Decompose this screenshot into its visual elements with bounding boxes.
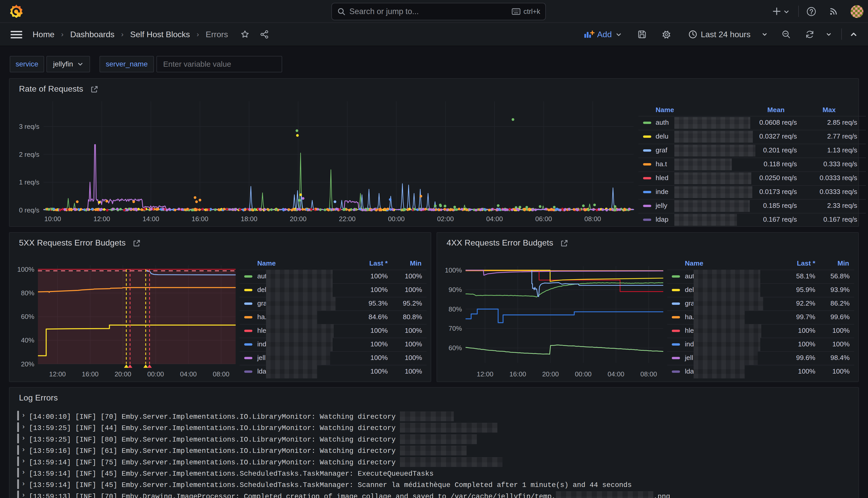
svg-text:14:00: 14:00 xyxy=(143,215,159,223)
svg-text:08:00: 08:00 xyxy=(640,370,657,378)
svg-text:08:00: 08:00 xyxy=(213,370,229,378)
svg-text:100%: 100% xyxy=(17,265,35,273)
svg-text:80%: 80% xyxy=(21,289,35,297)
svg-text:04:00: 04:00 xyxy=(607,370,624,378)
svg-text:04:00: 04:00 xyxy=(486,215,503,223)
svg-text:20%: 20% xyxy=(21,360,35,368)
svg-text:12:00: 12:00 xyxy=(93,215,110,223)
svg-text:16:00: 16:00 xyxy=(82,370,98,378)
svg-text:80%: 80% xyxy=(449,305,462,313)
svg-text:16:00: 16:00 xyxy=(509,370,526,378)
svg-text:1 req/s: 1 req/s xyxy=(19,178,40,186)
svg-text:22:00: 22:00 xyxy=(339,215,356,223)
svg-text:0 req/s: 0 req/s xyxy=(19,206,40,214)
svg-text:3 req/s: 3 req/s xyxy=(19,123,40,130)
svg-text:00:00: 00:00 xyxy=(388,215,405,223)
svg-text:12:00: 12:00 xyxy=(49,370,66,378)
svg-text:70%: 70% xyxy=(449,325,462,332)
svg-text:20:00: 20:00 xyxy=(290,215,307,223)
svg-text:12:00: 12:00 xyxy=(477,370,493,378)
svg-text:00:00: 00:00 xyxy=(147,370,164,378)
svg-text:40%: 40% xyxy=(21,336,35,344)
svg-text:10:00: 10:00 xyxy=(44,215,61,223)
svg-text:06:00: 06:00 xyxy=(535,215,552,223)
svg-text:90%: 90% xyxy=(449,286,462,293)
svg-text:00:00: 00:00 xyxy=(575,370,591,378)
svg-text:08:00: 08:00 xyxy=(584,215,601,223)
svg-text:60%: 60% xyxy=(449,344,462,352)
svg-text:04:00: 04:00 xyxy=(180,370,197,378)
svg-text:20:00: 20:00 xyxy=(115,370,131,378)
svg-text:100%: 100% xyxy=(445,266,462,274)
svg-text:60%: 60% xyxy=(21,313,35,320)
svg-text:16:00: 16:00 xyxy=(191,215,208,223)
svg-text:02:00: 02:00 xyxy=(437,215,454,223)
svg-text:2 req/s: 2 req/s xyxy=(19,150,40,158)
svg-text:20:00: 20:00 xyxy=(542,370,559,378)
svg-text:18:00: 18:00 xyxy=(241,215,257,223)
